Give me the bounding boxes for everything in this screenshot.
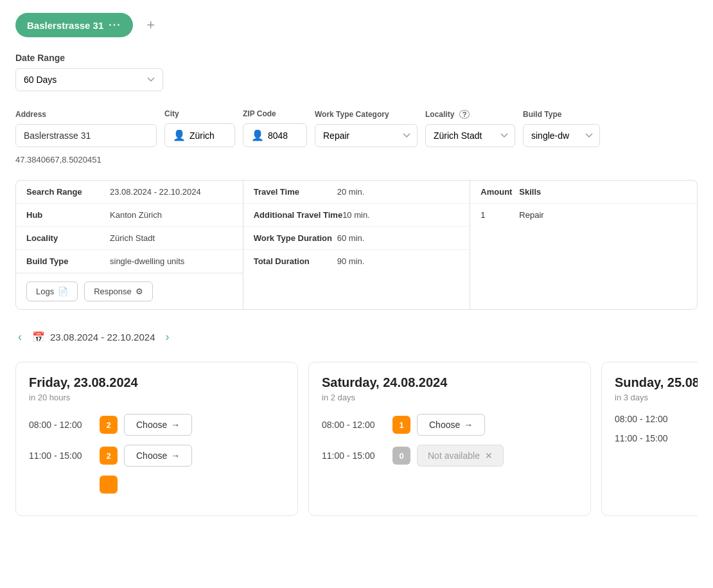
time-slot-2-0: 08:00 - 12:00 [615,414,698,424]
badge-1-0: 1 [392,416,410,434]
coordinates-text: 47.3840667,8.5020451 [15,155,698,165]
build-type-label: Build Type [523,110,600,119]
day-card-0: Friday, 23.08.2024 in 20 hours 08:00 - 1… [15,362,298,516]
build-type-select[interactable]: single-dw [523,124,600,147]
day-subtitle-1: in 2 days [322,393,577,402]
day-title-0: Friday, 23.08.2024 [29,375,285,390]
zip-label: ZIP Code [243,109,307,118]
badge-0-0: 2 [100,416,118,434]
time-label-2-1: 11:00 - 15:00 [615,433,679,443]
top-bar: Baslerstrasse 31 ··· + [15,13,698,37]
address-input[interactable] [15,124,157,147]
day-title-1: Saturday, 24.08.2024 [322,375,577,390]
info-row-hub: Hub Kanton Zürich [16,204,243,227]
day-card-2: Sunday, 25.08 in 3 days 08:00 - 12:00 11… [601,362,698,516]
day-subtitle-2: in 3 days [615,393,698,402]
info-row-travel-time: Travel Time 20 min. [243,181,470,204]
arrow-icon-0-1: → [171,450,180,461]
info-row-work-duration: Work Type Duration 60 min. [243,227,470,250]
arrow-icon-0-0: → [171,420,180,430]
info-row-search-range: Search Range 23.08.2024 - 22.10.2024 [16,181,243,204]
choose-button-0-0[interactable]: Choose → [124,414,192,436]
location-label: Baslerstrasse 31 [27,20,103,31]
badge-0-2 [100,476,118,494]
person-icon: 👤 [173,129,186,141]
time-slot-1-1: 11:00 - 15:00 0 Not available ✕ [322,445,577,467]
date-range-section: Date Range 60 Days 30 Days 90 Days [15,53,698,91]
time-label-0-1: 11:00 - 15:00 [29,450,93,461]
prev-period-button[interactable]: ‹ [15,328,24,346]
info-grid: Search Range 23.08.2024 - 22.10.2024 Hub… [15,180,698,310]
time-label-1-1: 11:00 - 15:00 [322,450,386,461]
close-icon-1-1: ✕ [485,450,493,461]
locality-field-group: Locality ? Zürich Stadt [425,110,515,147]
info-col-right: Amount Skills 1 Repair [470,181,697,309]
add-location-button[interactable]: + [141,15,161,35]
logs-icon: 📄 [58,287,68,296]
time-slot-0-0: 08:00 - 12:00 2 Choose → [29,414,285,436]
city-label: City [164,109,235,118]
address-field-group: Address [15,110,157,147]
response-icon: ⚙ [136,287,143,296]
choose-button-0-1[interactable]: Choose → [124,445,192,467]
amount-skills-header: Amount Skills [470,181,697,204]
next-period-button[interactable]: › [163,328,172,346]
info-row-additional-travel: Additional Travel Time 10 min. [243,204,470,227]
address-label: Address [15,110,157,119]
info-row-locality: Locality Zürich Stadt [16,227,243,250]
time-slot-2-1: 11:00 - 15:00 [615,433,698,443]
calendar-icon: 📅 [32,331,45,343]
zip-field-group: ZIP Code 👤 [243,109,307,147]
time-slot-0-2 [29,476,285,494]
not-available-button-1-1: Not available ✕ [417,445,504,467]
info-col-left: Search Range 23.08.2024 - 22.10.2024 Hub… [16,181,243,309]
response-button[interactable]: Response ⚙ [84,281,153,301]
choose-button-1-0[interactable]: Choose → [417,414,485,436]
work-type-label: Work Type Category [315,110,418,119]
logs-row: Logs 📄 Response ⚙ [16,273,243,309]
logs-button[interactable]: Logs 📄 [26,281,78,301]
zip-input[interactable] [268,130,299,141]
day-cards-container: Friday, 23.08.2024 in 20 hours 08:00 - 1… [15,362,698,516]
day-subtitle-0: in 20 hours [29,393,285,402]
date-range-label: Date Range [15,53,698,63]
locality-label: Locality ? [425,110,515,119]
info-row-build-type: Build Type single-dwelling units [16,250,243,273]
info-row-total-duration: Total Duration 90 min. [243,250,470,272]
city-field-group: City 👤 [164,109,235,147]
locality-select[interactable]: Zürich Stadt [425,124,515,147]
city-input[interactable] [189,130,227,141]
location-dots: ··· [109,19,121,31]
date-range-display: 📅 23.08.2024 - 22.10.2024 [32,331,155,343]
date-range-text: 23.08.2024 - 22.10.2024 [50,332,155,343]
info-col-middle: Travel Time 20 min. Additional Travel Ti… [243,181,471,309]
work-type-select[interactable]: Repair [315,124,418,147]
zip-person-icon: 👤 [251,129,264,141]
amount-skills-row: 1 Repair [470,204,697,226]
time-label-1-0: 08:00 - 12:00 [322,420,386,430]
day-title-2: Sunday, 25.08 [615,375,698,390]
date-range-select[interactable]: 60 Days 30 Days 90 Days [15,68,163,91]
time-slot-0-1: 11:00 - 15:00 2 Choose → [29,445,285,467]
work-type-field-group: Work Type Category Repair [315,110,418,147]
badge-1-1: 0 [392,447,410,465]
time-label-0-0: 08:00 - 12:00 [29,420,93,430]
day-card-1: Saturday, 24.08.2024 in 2 days 08:00 - 1… [308,362,591,516]
arrow-icon-1-0: → [464,420,473,430]
time-slot-1-0: 08:00 - 12:00 1 Choose → [322,414,577,436]
calendar-nav: ‹ 📅 23.08.2024 - 22.10.2024 › [15,328,698,346]
address-row: Address City 👤 ZIP Code 👤 Work Type Cate… [15,109,698,147]
badge-0-1: 2 [100,447,118,465]
time-label-2-0: 08:00 - 12:00 [615,414,679,424]
build-type-field-group: Build Type single-dw [523,110,600,147]
location-pill[interactable]: Baslerstrasse 31 ··· [15,13,133,37]
locality-tooltip-icon[interactable]: ? [459,110,470,119]
